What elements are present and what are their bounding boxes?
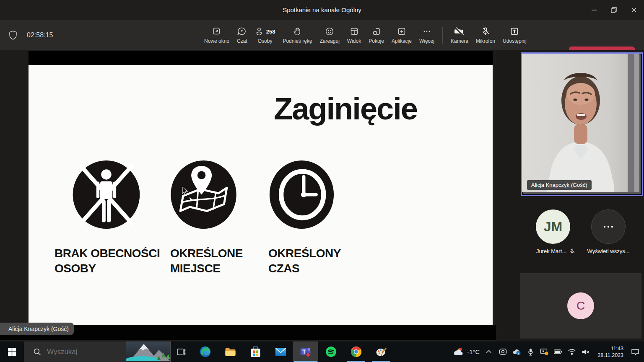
- weather-widget[interactable]: -1°C: [453, 347, 480, 357]
- toolbar-button-podnies-reke[interactable]: Podnieś rękę: [279, 22, 316, 49]
- minimize-icon: [591, 7, 597, 13]
- toolbar-button-label: Kamera: [451, 38, 468, 44]
- tray-camera-icon[interactable]: [498, 348, 507, 355]
- tray-microphone-icon[interactable]: [526, 348, 535, 356]
- taskbar-app-teams[interactable]: [293, 341, 318, 362]
- teams-meeting-window: Spotkanie na kanale Ogólny 02:58:15: [0, 0, 644, 362]
- more-icon: [422, 26, 432, 37]
- taskbar-app-file-explorer[interactable]: [218, 341, 243, 362]
- windows-logo-icon: [8, 348, 16, 356]
- toolbar-button-nowe-okno[interactable]: Nowe okno: [200, 22, 233, 49]
- toolbar-button-wiecej[interactable]: Więcej: [415, 22, 438, 49]
- tray-volume-muted-icon[interactable]: [581, 349, 590, 355]
- tray-onedrive-icon[interactable]: i: [512, 349, 521, 355]
- search-weather-graphic: [126, 341, 170, 361]
- shared-slide: Zaginięcie BRAK OBECNOŚCIOSOBY: [29, 65, 493, 325]
- temperature-label: -1°C: [467, 348, 480, 355]
- participant-avatar-jm[interactable]: JM: [536, 209, 570, 244]
- view-all-button[interactable]: [591, 209, 626, 244]
- speaker-video-tile[interactable]: Alicja Knapczyk (Gość): [521, 52, 643, 196]
- more-icon: [603, 225, 614, 228]
- toolbar-button-zareaguj[interactable]: Zareaguj: [316, 22, 343, 49]
- slide-letterbox-top: [29, 51, 493, 65]
- chevron-up-icon: [486, 350, 492, 354]
- microsoft-store-icon: [250, 346, 261, 357]
- window-title: Spotkanie na kanale Ogólny: [0, 0, 644, 20]
- windows-taskbar: -1°C i: [0, 341, 644, 362]
- file-explorer-icon: [225, 347, 236, 357]
- camera-toggle-button[interactable]: Kamera: [447, 22, 472, 49]
- task-view-icon: [177, 347, 187, 357]
- react-icon: [325, 26, 335, 37]
- toolbar-button-label: Nowe okno: [204, 38, 229, 44]
- participant-count: 258: [266, 28, 275, 35]
- spotify-icon: [325, 346, 337, 357]
- search-input[interactable]: [46, 347, 123, 357]
- view-icon: [349, 26, 359, 37]
- tray-expand-button[interactable]: [484, 350, 493, 354]
- toolbar-button-label: Zareaguj: [319, 38, 339, 44]
- chat-icon: [237, 26, 247, 37]
- presentation-stage: Zaginięcie BRAK OBECNOŚCIOSOBY: [0, 50, 496, 341]
- toolbar-button-widok[interactable]: Widok: [343, 22, 365, 49]
- tray-display-icon[interactable]: [540, 348, 549, 355]
- slide-item-label: BRAK OBECNOŚCIOSOBY: [55, 246, 160, 276]
- slide-item-label: OKREŚLONYCZAS: [268, 246, 341, 276]
- presenter-name-label: Alicja Knapczyk (Gość): [8, 326, 69, 332]
- tray-battery-icon[interactable]: [553, 349, 563, 354]
- slide-title: Zaginięcie: [274, 91, 417, 127]
- toolbar-button-osoby[interactable]: 258 Osoby: [251, 22, 279, 49]
- toolbar-button-label: Więcej: [419, 38, 434, 44]
- toolbar-button-czat[interactable]: Czat: [233, 22, 251, 49]
- toolbar-button-label: Podnieś rękę: [283, 38, 312, 44]
- taskbar-app-microsoft-store[interactable]: [243, 341, 268, 362]
- taskbar-search[interactable]: [24, 341, 171, 362]
- toolbar-button-pokoje[interactable]: Pokoje: [365, 22, 388, 49]
- share-button[interactable]: Udostępnij: [499, 22, 530, 49]
- tray-wifi-icon[interactable]: [567, 349, 576, 355]
- missing-person-icon: [72, 160, 140, 229]
- taskbar-app-mail[interactable]: [268, 341, 293, 362]
- participant-tile-c[interactable]: C: [520, 273, 641, 339]
- avatar-initial: C: [576, 299, 585, 313]
- chrome-icon: [351, 346, 362, 357]
- close-button[interactable]: [624, 0, 644, 20]
- task-view-button[interactable]: [171, 341, 192, 362]
- taskbar-app-paint-3d[interactable]: [369, 341, 394, 362]
- taskbar-app-edge[interactable]: [192, 341, 218, 362]
- restore-button[interactable]: [604, 0, 623, 20]
- toolbar-button-label: Czat: [237, 38, 247, 44]
- weather-icon: [453, 347, 464, 357]
- shield-icon: [8, 30, 18, 40]
- people-icon: [255, 26, 264, 36]
- participants-sidebar: Alicja Knapczyk (Gość) JM Jurek Mart... …: [496, 50, 644, 341]
- restore-icon: [610, 7, 617, 13]
- action-center-icon: [631, 348, 639, 356]
- slide-letterbox-bottom: [0, 325, 496, 340]
- edge-icon: [200, 346, 211, 357]
- toolbar-buttons: Nowe okno Czat 258 Osoby: [200, 20, 530, 50]
- action-center-button[interactable]: [631, 348, 640, 356]
- speaker-name-label: Alicja Knapczyk (Gość): [527, 180, 592, 190]
- apps-icon: [397, 26, 407, 37]
- tray-clock[interactable]: 11:43 28.11.2023: [595, 345, 626, 359]
- toolbar-button-label: Osoby: [258, 38, 273, 44]
- participant-avatar-c: C: [567, 292, 594, 319]
- mic-off-icon: [480, 26, 491, 37]
- camera-off-icon: [454, 26, 465, 37]
- taskbar-app-spotify[interactable]: [318, 341, 343, 362]
- meeting-toolbar: 02:58:15 Nowe okno Czat: [0, 20, 644, 51]
- toolbar-button-label: Widok: [347, 38, 361, 44]
- view-all-label[interactable]: Wyświetl wszys...: [585, 248, 632, 254]
- taskbar-app-chrome[interactable]: [343, 341, 369, 362]
- start-button[interactable]: [0, 341, 24, 362]
- avatar-initials: JM: [544, 219, 562, 235]
- share-icon: [509, 26, 519, 37]
- close-icon: [631, 7, 637, 13]
- microphone-toggle-button[interactable]: Mikrofon: [472, 22, 499, 49]
- minimize-button[interactable]: [584, 0, 604, 20]
- search-icon: [34, 348, 41, 356]
- mouse-cursor: [182, 186, 189, 196]
- toolbar-button-aplikacje[interactable]: Aplikacje: [388, 22, 415, 49]
- paint-3d-icon: [376, 346, 387, 357]
